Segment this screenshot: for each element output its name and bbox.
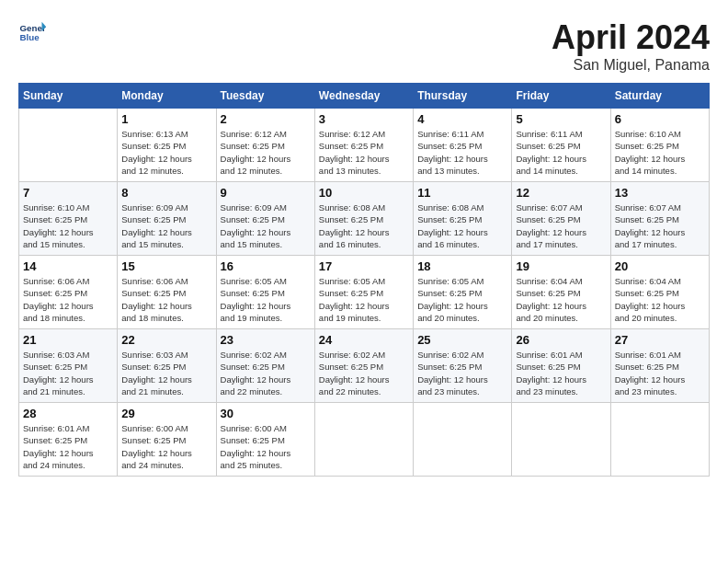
header-row: SundayMondayTuesdayWednesdayThursdayFrid… <box>19 84 710 109</box>
day-info: Sunrise: 6:01 AM Sunset: 6:25 PM Dayligh… <box>516 349 606 397</box>
day-info: Sunrise: 6:10 AM Sunset: 6:25 PM Dayligh… <box>615 128 705 177</box>
day-number: 2 <box>221 112 311 126</box>
day-number: 28 <box>23 407 113 420</box>
day-number: 18 <box>417 259 507 273</box>
day-info: Sunrise: 6:06 AM Sunset: 6:25 PM Dayligh… <box>23 275 113 324</box>
day-number: 1 <box>121 112 211 126</box>
day-info: Sunrise: 6:01 AM Sunset: 6:25 PM Dayligh… <box>615 349 705 397</box>
day-number: 13 <box>615 186 705 200</box>
day-number: 24 <box>319 333 409 347</box>
logo-icon: General Blue <box>18 18 46 46</box>
day-number: 4 <box>417 112 507 126</box>
week-row-2: 7Sunrise: 6:10 AM Sunset: 6:25 PM Daylig… <box>19 182 710 256</box>
svg-text:Blue: Blue <box>20 32 40 42</box>
header-cell-monday: Monday <box>118 84 216 109</box>
calendar-cell: 22Sunrise: 6:03 AM Sunset: 6:25 PM Dayli… <box>118 329 216 403</box>
header-cell-saturday: Saturday <box>610 84 709 109</box>
logo: General Blue <box>18 18 50 46</box>
calendar-cell: 5Sunrise: 6:11 AM Sunset: 6:25 PM Daylig… <box>512 109 610 182</box>
day-info: Sunrise: 6:09 AM Sunset: 6:25 PM Dayligh… <box>221 201 311 250</box>
day-number: 11 <box>417 186 507 200</box>
day-number: 22 <box>121 333 211 347</box>
header-cell-sunday: Sunday <box>19 84 118 109</box>
day-number: 7 <box>23 186 113 200</box>
day-info: Sunrise: 6:05 AM Sunset: 6:25 PM Dayligh… <box>417 275 507 324</box>
day-info: Sunrise: 6:02 AM Sunset: 6:25 PM Dayligh… <box>221 349 311 397</box>
day-info: Sunrise: 6:08 AM Sunset: 6:25 PM Dayligh… <box>417 201 507 250</box>
day-number: 29 <box>121 407 211 420</box>
day-number: 16 <box>221 259 311 273</box>
day-info: Sunrise: 6:08 AM Sunset: 6:25 PM Dayligh… <box>319 201 409 250</box>
day-info: Sunrise: 6:11 AM Sunset: 6:25 PM Dayligh… <box>417 128 507 177</box>
calendar-cell: 29Sunrise: 6:00 AM Sunset: 6:25 PM Dayli… <box>118 403 216 477</box>
day-info: Sunrise: 6:13 AM Sunset: 6:25 PM Dayligh… <box>121 128 211 177</box>
calendar-cell: 21Sunrise: 6:03 AM Sunset: 6:25 PM Dayli… <box>19 329 118 403</box>
calendar-cell: 15Sunrise: 6:06 AM Sunset: 6:25 PM Dayli… <box>118 256 216 329</box>
calendar-cell <box>414 403 512 477</box>
day-number: 21 <box>23 333 113 347</box>
day-number: 9 <box>221 186 311 200</box>
day-info: Sunrise: 6:04 AM Sunset: 6:25 PM Dayligh… <box>516 275 606 324</box>
calendar-table: SundayMondayTuesdayWednesdayThursdayFrid… <box>18 83 710 477</box>
day-number: 5 <box>516 112 606 126</box>
calendar-cell: 4Sunrise: 6:11 AM Sunset: 6:25 PM Daylig… <box>414 109 512 182</box>
day-number: 30 <box>221 407 311 420</box>
page-header: General Blue April 2024 San Miguel, Pana… <box>18 18 710 74</box>
calendar-cell: 27Sunrise: 6:01 AM Sunset: 6:25 PM Dayli… <box>610 329 709 403</box>
day-number: 27 <box>615 333 705 347</box>
header-cell-wednesday: Wednesday <box>314 84 413 109</box>
day-info: Sunrise: 6:00 AM Sunset: 6:25 PM Dayligh… <box>121 422 211 471</box>
week-row-5: 28Sunrise: 6:01 AM Sunset: 6:25 PM Dayli… <box>19 403 710 477</box>
day-info: Sunrise: 6:05 AM Sunset: 6:25 PM Dayligh… <box>221 275 311 324</box>
week-row-1: 1Sunrise: 6:13 AM Sunset: 6:25 PM Daylig… <box>19 109 710 182</box>
day-number: 17 <box>319 259 409 273</box>
calendar-cell: 10Sunrise: 6:08 AM Sunset: 6:25 PM Dayli… <box>314 182 413 256</box>
day-number: 6 <box>615 112 705 126</box>
day-number: 20 <box>615 259 705 273</box>
calendar-cell: 14Sunrise: 6:06 AM Sunset: 6:25 PM Dayli… <box>19 256 118 329</box>
calendar-cell: 7Sunrise: 6:10 AM Sunset: 6:25 PM Daylig… <box>19 182 118 256</box>
calendar-cell: 1Sunrise: 6:13 AM Sunset: 6:25 PM Daylig… <box>118 109 216 182</box>
day-number: 23 <box>221 333 311 347</box>
header-cell-thursday: Thursday <box>414 84 512 109</box>
day-number: 12 <box>516 186 606 200</box>
day-info: Sunrise: 6:06 AM Sunset: 6:25 PM Dayligh… <box>121 275 211 324</box>
calendar-cell: 11Sunrise: 6:08 AM Sunset: 6:25 PM Dayli… <box>414 182 512 256</box>
day-info: Sunrise: 6:07 AM Sunset: 6:25 PM Dayligh… <box>615 201 705 250</box>
location-subtitle: San Miguel, Panama <box>552 57 710 74</box>
month-title: April 2024 <box>552 18 710 57</box>
calendar-cell: 20Sunrise: 6:04 AM Sunset: 6:25 PM Dayli… <box>610 256 709 329</box>
day-info: Sunrise: 6:03 AM Sunset: 6:25 PM Dayligh… <box>23 349 113 397</box>
calendar-cell: 2Sunrise: 6:12 AM Sunset: 6:25 PM Daylig… <box>216 109 314 182</box>
calendar-cell: 30Sunrise: 6:00 AM Sunset: 6:25 PM Dayli… <box>216 403 314 477</box>
day-info: Sunrise: 6:02 AM Sunset: 6:25 PM Dayligh… <box>417 349 507 397</box>
day-info: Sunrise: 6:01 AM Sunset: 6:25 PM Dayligh… <box>23 422 113 471</box>
calendar-cell: 19Sunrise: 6:04 AM Sunset: 6:25 PM Dayli… <box>512 256 610 329</box>
calendar-cell: 6Sunrise: 6:10 AM Sunset: 6:25 PM Daylig… <box>610 109 709 182</box>
day-number: 14 <box>23 259 113 273</box>
day-info: Sunrise: 6:10 AM Sunset: 6:25 PM Dayligh… <box>23 201 113 250</box>
day-number: 8 <box>121 186 211 200</box>
day-info: Sunrise: 6:03 AM Sunset: 6:25 PM Dayligh… <box>121 349 211 397</box>
calendar-cell: 18Sunrise: 6:05 AM Sunset: 6:25 PM Dayli… <box>414 256 512 329</box>
day-info: Sunrise: 6:00 AM Sunset: 6:25 PM Dayligh… <box>221 422 311 471</box>
week-row-4: 21Sunrise: 6:03 AM Sunset: 6:25 PM Dayli… <box>19 329 710 403</box>
day-info: Sunrise: 6:07 AM Sunset: 6:25 PM Dayligh… <box>516 201 606 250</box>
calendar-cell <box>314 403 413 477</box>
day-info: Sunrise: 6:12 AM Sunset: 6:25 PM Dayligh… <box>319 128 409 177</box>
header-cell-tuesday: Tuesday <box>216 84 314 109</box>
calendar-cell <box>610 403 709 477</box>
calendar-cell <box>19 109 118 182</box>
day-info: Sunrise: 6:09 AM Sunset: 6:25 PM Dayligh… <box>121 201 211 250</box>
header-cell-friday: Friday <box>512 84 610 109</box>
calendar-cell: 13Sunrise: 6:07 AM Sunset: 6:25 PM Dayli… <box>610 182 709 256</box>
day-number: 3 <box>319 112 409 126</box>
calendar-cell <box>512 403 610 477</box>
calendar-cell: 3Sunrise: 6:12 AM Sunset: 6:25 PM Daylig… <box>314 109 413 182</box>
day-number: 26 <box>516 333 606 347</box>
calendar-cell: 23Sunrise: 6:02 AM Sunset: 6:25 PM Dayli… <box>216 329 314 403</box>
day-info: Sunrise: 6:11 AM Sunset: 6:25 PM Dayligh… <box>516 128 606 177</box>
day-info: Sunrise: 6:04 AM Sunset: 6:25 PM Dayligh… <box>615 275 705 324</box>
week-row-3: 14Sunrise: 6:06 AM Sunset: 6:25 PM Dayli… <box>19 256 710 329</box>
calendar-cell: 28Sunrise: 6:01 AM Sunset: 6:25 PM Dayli… <box>19 403 118 477</box>
